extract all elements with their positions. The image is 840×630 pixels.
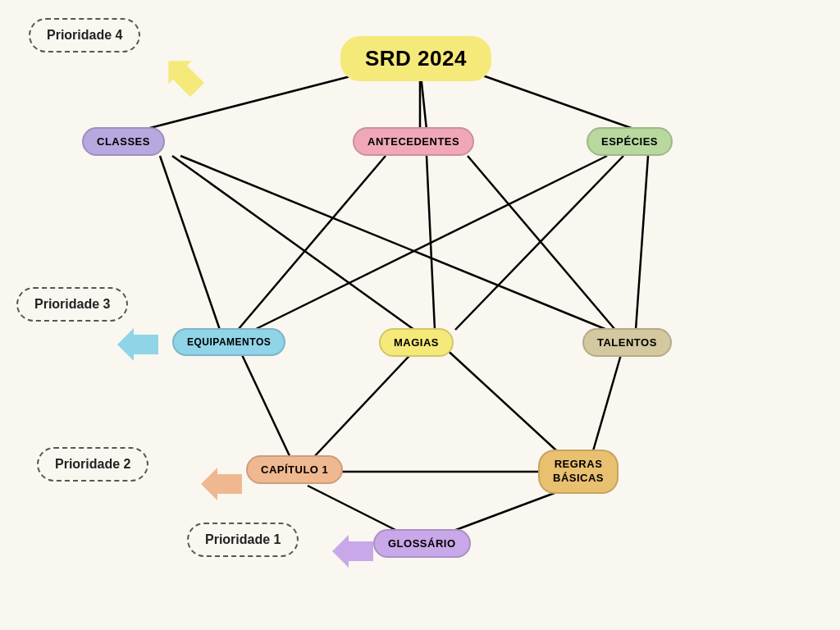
capitulo-node[interactable]: CAPÍTULO 1 xyxy=(246,455,343,484)
glossario-node[interactable]: GLOSSÁRIO xyxy=(373,529,471,558)
svg-line-15 xyxy=(591,346,623,459)
priority-4-label: Prioridade 4 xyxy=(29,18,140,52)
antecedentes-node[interactable]: ANTECEDENTES xyxy=(353,127,474,156)
priority-1-arrow xyxy=(332,535,373,568)
svg-line-14 xyxy=(312,346,418,459)
svg-line-7 xyxy=(238,156,386,330)
svg-line-4 xyxy=(160,156,220,330)
svg-line-8 xyxy=(427,156,435,330)
svg-line-9 xyxy=(468,156,615,330)
especies-node[interactable]: ESPÉCIES xyxy=(587,127,673,156)
classes-node[interactable]: CLASSES xyxy=(82,127,165,156)
priority-4-arrow xyxy=(157,49,209,102)
svg-line-18 xyxy=(308,486,402,533)
magias-node[interactable]: MAGIAS xyxy=(379,328,454,357)
svg-line-11 xyxy=(455,156,623,330)
svg-line-5 xyxy=(172,156,414,330)
talentos-node[interactable]: TALENTOS xyxy=(582,328,672,357)
svg-line-13 xyxy=(238,346,291,459)
svg-line-10 xyxy=(254,156,607,330)
priority-2-arrow xyxy=(201,468,242,500)
regras-node[interactable]: REGRASBÁSICAS xyxy=(538,450,619,494)
svg-line-6 xyxy=(180,156,607,330)
svg-line-12 xyxy=(636,156,648,330)
priority-2-label: Prioridade 2 xyxy=(37,447,148,482)
svg-line-2 xyxy=(459,67,636,130)
equipamentos-node[interactable]: EQUIPAMENTOS xyxy=(172,328,285,356)
priority-1-label: Prioridade 1 xyxy=(187,523,299,557)
priority-3-arrow xyxy=(117,328,158,361)
svg-line-17 xyxy=(443,346,566,459)
srd-node[interactable]: SRD 2024 xyxy=(340,36,491,81)
priority-3-label: Prioridade 3 xyxy=(16,287,128,322)
